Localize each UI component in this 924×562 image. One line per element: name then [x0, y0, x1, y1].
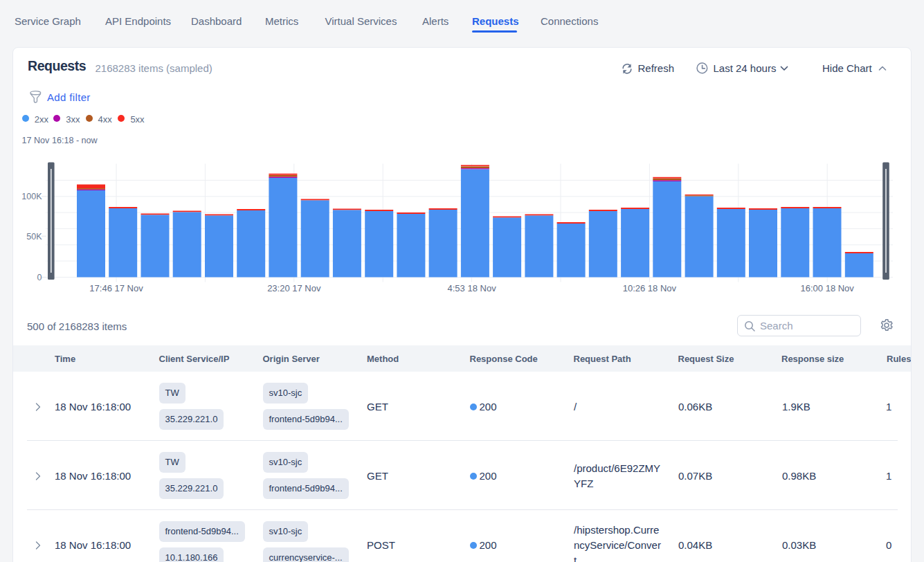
svg-text:100K: 100K	[21, 192, 42, 201]
svg-text:50K: 50K	[26, 232, 42, 242]
svg-text:16:00 18 Nov: 16:00 18 Nov	[801, 283, 855, 293]
svg-text:23:20 17 Nov: 23:20 17 Nov	[267, 283, 321, 293]
svg-text:17:46 17 Nov: 17:46 17 Nov	[89, 283, 143, 293]
svg-text:10:26 18 Nov: 10:26 18 Nov	[623, 283, 677, 293]
svg-text:0: 0	[37, 273, 42, 282]
svg-text:4:53 18 Nov: 4:53 18 Nov	[448, 283, 497, 293]
